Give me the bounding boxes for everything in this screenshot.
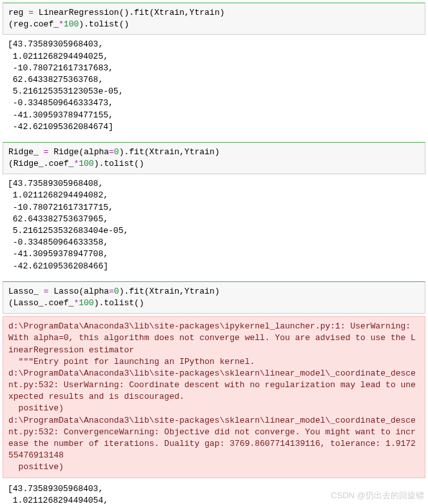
code-output-1: [43.73589305968403, 1.0211268294494025, … [3,35,425,137]
code-input-2[interactable]: Ridge_ = Ridge(alpha=0).fit(Xtrain,Ytrai… [3,142,425,174]
notebook-cell-3: Lasso_ = Lasso(alpha=0).fit(Xtrain,Ytrai… [3,281,425,504]
notebook-cell-1: reg = LinearRegression().fit(Xtrain,Ytra… [3,3,425,137]
code-input-1[interactable]: reg = LinearRegression().fit(Xtrain,Ytra… [3,3,425,35]
warning-output-3: d:\ProgramData\Anaconda3\lib\site-packag… [3,316,425,478]
code-input-3[interactable]: Lasso_ = Lasso(alpha=0).fit(Xtrain,Ytrai… [3,281,425,314]
code-output-3: [43.73589305968403, 1.0211268294494054, … [3,479,425,504]
notebook-cell-2: Ridge_ = Ridge(alpha=0).fit(Xtrain,Ytrai… [3,142,425,276]
code-output-2: [43.73589305968408, 1.0211268294494082, … [3,174,425,276]
